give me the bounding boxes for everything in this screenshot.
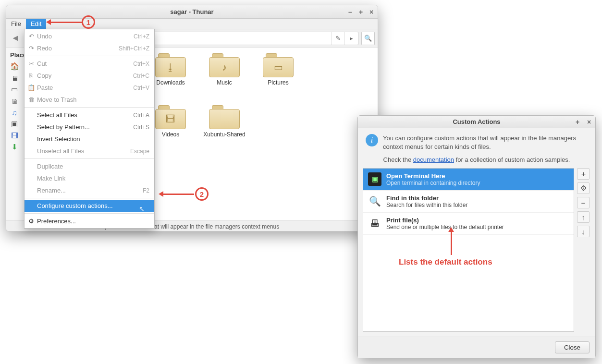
step2-badge: 2 [195, 187, 209, 201]
menu-item-icon: ⎘ [27, 72, 35, 79]
menu-item: Unselect all FilesEscape [25, 145, 154, 157]
menu-item-accel: Ctrl+Z [134, 33, 149, 40]
menu-item[interactable]: Select all FilesCtrl+A [25, 109, 154, 121]
sidebar-icon: ▣ [10, 120, 19, 128]
search-button[interactable]: 🔍 [361, 32, 375, 45]
dialog-footer: Close [358, 337, 595, 358]
menu-item-accel: Ctrl+S [133, 124, 149, 131]
minimize-button[interactable]: – [347, 9, 354, 15]
custom-actions-dialog: Custom Actions + × i You can configure c… [357, 115, 596, 358]
menu-item-accel: Ctrl+A [133, 112, 149, 119]
sidebar-icon: ▭ [10, 85, 19, 94]
dialog-title: Custom Actions [453, 118, 500, 125]
action-subtitle: Open terminal in containing directory [386, 180, 480, 186]
action-row[interactable]: ▣Open Terminal HereOpen terminal in cont… [363, 169, 574, 191]
menu-item-label: Redo [37, 45, 52, 52]
menu-item-label: Configure custom actions... [37, 202, 113, 209]
menu-item-accel: Ctrl+V [133, 85, 149, 91]
actions-toolbar: ＋⚙−↑↓ [577, 168, 590, 332]
dialog-close-button[interactable]: × [586, 119, 592, 125]
folder-icon: ♪ [209, 53, 240, 77]
annotation-2: 2 [195, 187, 209, 201]
close-button[interactable]: Close [555, 341, 590, 353]
action-icon: 🔍 [368, 194, 381, 208]
action-row[interactable]: 🔍Find in this folderSearch for files wit… [363, 191, 574, 213]
menubar: File Edit [6, 19, 378, 29]
sidebar-icon: 🏠 [10, 62, 19, 71]
menu-item[interactable]: ⚙Preferences... [25, 215, 154, 227]
edit-action-button[interactable]: ⚙ [577, 182, 590, 194]
menu-item-icon: ↶ [27, 33, 35, 40]
folder-item[interactable]: Xubuntu-Shared [203, 105, 246, 138]
folder-icon: ⭳ [155, 53, 186, 77]
menu-item-label: Undo [37, 33, 52, 40]
remove-action-button[interactable]: − [577, 197, 590, 208]
folder-item[interactable]: ♪Music [203, 53, 246, 86]
menu-file[interactable]: File [6, 19, 26, 29]
menu-item: Make Link [25, 172, 154, 184]
menu-item-icon: ↷ [27, 45, 35, 52]
action-icon: ▣ [368, 172, 381, 186]
menu-item-label: Rename... [37, 187, 66, 194]
move-up-button[interactable]: ↑ [577, 211, 590, 223]
menu-item: ⎘CopyCtrl+C [25, 70, 154, 82]
folder-label: Pictures [268, 79, 288, 86]
menu-item-label: Select by Pattern... [37, 123, 90, 131]
menu-item[interactable]: Configure custom actions...↖ [25, 200, 154, 212]
menu-item-label: Select all Files [37, 111, 77, 119]
menu-separator [25, 56, 154, 56]
menu-item-accel: Ctrl+C [133, 73, 149, 79]
sidebar-icon: ♫ [10, 108, 19, 117]
menu-item[interactable]: Invert Selection [25, 133, 154, 145]
menu-item[interactable]: Select by Pattern...Ctrl+S [25, 121, 154, 133]
dialog-info: i You can configure custom actions that … [358, 128, 595, 154]
menu-item-icon: ⚙ [27, 218, 35, 225]
dialog-info-text: You can configure custom actions that wi… [383, 134, 588, 151]
path-dropdown-icon[interactable]: ▸ [344, 32, 358, 45]
menu-separator [25, 198, 154, 198]
menu-item-label: Cut [37, 60, 47, 67]
menu-item-icon: 📋 [27, 84, 35, 91]
actions-list[interactable]: ▣Open Terminal HereOpen terminal in cont… [363, 168, 574, 332]
close-button[interactable]: × [368, 9, 375, 15]
edit-path-icon[interactable]: ✎ [331, 32, 344, 45]
add-action-button[interactable]: ＋ [577, 168, 590, 180]
menu-item: ↶UndoCtrl+Z [25, 30, 154, 42]
sidebar-icon: ⬇ [10, 143, 19, 151]
menu-item-label: Invert Selection [37, 135, 80, 143]
action-icon: 🖶 [368, 217, 381, 230]
action-row[interactable]: 🖶Print file(s)Send one or multiple files… [363, 213, 574, 235]
folder-item[interactable]: 🎞Videos [149, 105, 192, 138]
action-subtitle: Send one or multiple files to the defaul… [386, 224, 504, 231]
annotation-1: 1 [82, 15, 95, 29]
arrow-to-configure [160, 194, 194, 195]
arrow-to-list [451, 229, 452, 255]
sidebar-icon: 🎞 [10, 131, 19, 140]
menu-item-accel: Ctrl+X [133, 61, 149, 67]
folder-icon [209, 105, 240, 129]
menu-item: ↷RedoShift+Ctrl+Z [25, 42, 154, 54]
maximize-button[interactable]: + [357, 9, 364, 15]
folder-item[interactable]: ▭Pictures [257, 53, 299, 86]
menu-separator [25, 107, 154, 108]
search-icon: 🔍 [364, 35, 372, 42]
folder-label: Xubuntu-Shared [203, 131, 245, 138]
info-icon: i [366, 134, 378, 146]
menu-item-label: Paste [37, 84, 53, 91]
move-down-button[interactable]: ↓ [577, 226, 590, 237]
action-title: Open Terminal Here [386, 172, 480, 180]
folder-label: Downloads [156, 79, 184, 86]
menu-item-label: Unselect all Files [37, 147, 84, 155]
menu-item-label: Make Link [37, 175, 65, 182]
dialog-maximize-button[interactable]: + [574, 119, 581, 125]
menu-item-accel: Escape [130, 148, 149, 155]
dialog-doc-line: Check the documentation for a collection… [358, 154, 595, 168]
titlebar: sagar - Thunar – + × [6, 5, 378, 19]
documentation-link[interactable]: documentation [413, 156, 454, 163]
menu-item: ✂CutCtrl+X [25, 58, 154, 70]
folder-icon: ▭ [263, 53, 294, 77]
arrow-to-edit [48, 22, 82, 23]
folder-item[interactable]: ⭳Downloads [149, 53, 192, 86]
back-button[interactable]: ◄ [9, 32, 22, 45]
menu-item-label: Preferences... [37, 218, 76, 225]
